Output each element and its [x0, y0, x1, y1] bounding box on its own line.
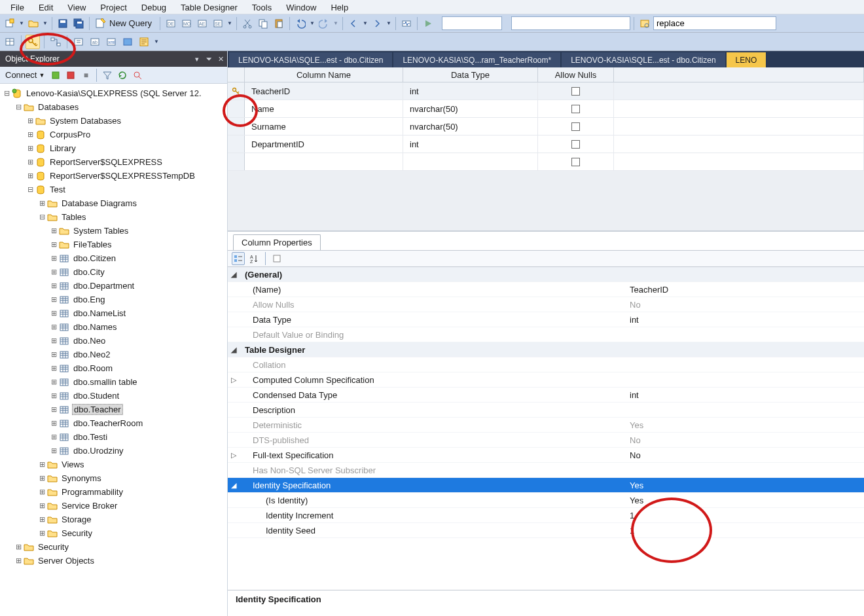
- doc-tab[interactable]: LENOVO-KASIA\SQLE...est - dbo.Citizen: [229, 52, 392, 67]
- save-all-icon[interactable]: [71, 16, 86, 31]
- doc-tab-active[interactable]: LENO: [727, 52, 766, 67]
- checkbox[interactable]: [571, 158, 580, 166]
- tree-node-tables[interactable]: ⊟Tables: [0, 210, 227, 224]
- check-icon[interactable]: ab: [88, 35, 102, 49]
- tree-node-serverobj[interactable]: ⊞Server Objects: [0, 554, 227, 568]
- script-icon[interactable]: [137, 35, 151, 49]
- property-row[interactable]: Description: [228, 403, 864, 418]
- property-row[interactable]: Identity Seed1: [228, 523, 864, 538]
- tree-node-t_urodziny[interactable]: ⊞dbo.Urodziny: [0, 444, 227, 458]
- tree-node-systables[interactable]: ⊞System Tables: [0, 224, 227, 238]
- table-designer-grid[interactable]: Column Name Data Type Allow Nulls Teache…: [228, 67, 864, 231]
- tree-node-filetables[interactable]: ⊞FileTables: [0, 238, 227, 251]
- grid-row[interactable]: Name nvarchar(50): [228, 100, 864, 118]
- redo-icon[interactable]: [317, 16, 331, 31]
- tree-node-corpuspro[interactable]: ⊞CorpusPro: [0, 128, 227, 141]
- tree-node-synonyms[interactable]: ⊞Synonyms: [0, 471, 227, 485]
- tree-node-prog[interactable]: ⊞Programmability: [0, 485, 227, 499]
- tree-node-t_room[interactable]: ⊞dbo.Room: [0, 361, 227, 375]
- property-row[interactable]: ◢Identity SpecificationYes: [228, 478, 864, 493]
- debug-target-combo[interactable]: [442, 16, 502, 30]
- search-input[interactable]: [653, 16, 776, 30]
- alphabetical-icon[interactable]: AZ: [247, 252, 261, 265]
- tree-node-t_city[interactable]: ⊞dbo.City: [0, 265, 227, 279]
- find-icon[interactable]: [638, 16, 652, 31]
- property-row[interactable]: Identity Increment1: [228, 508, 864, 523]
- cell-data-type[interactable]: int: [403, 82, 538, 100]
- tree-node-t_namelist[interactable]: ⊞dbo.NameList: [0, 306, 227, 320]
- table-icon[interactable]: [3, 35, 17, 49]
- property-row[interactable]: Has Non-SQL Server Subscriber: [228, 463, 864, 478]
- menu-window[interactable]: Window: [279, 1, 323, 12]
- tree-node-t_eng[interactable]: ⊞dbo.Eng: [0, 293, 227, 306]
- tree-node-server[interactable]: ⊟Lenovo-Kasia\SQLEXPRESS (SQL Server 12.: [0, 86, 227, 100]
- property-row[interactable]: Condensed Data Typeint: [228, 388, 864, 403]
- tree-node-t_student[interactable]: ⊞dbo.Student: [0, 389, 227, 403]
- activity-icon[interactable]: [399, 16, 414, 31]
- disconnect-icon[interactable]: [64, 69, 77, 82]
- spatial-icon[interactable]: [120, 35, 135, 49]
- grid-row[interactable]: TeacherID int: [228, 82, 864, 100]
- db-de-icon[interactable]: DE: [164, 16, 178, 31]
- tree-node-views[interactable]: ⊞Views: [0, 458, 227, 471]
- new-project-icon[interactable]: [3, 16, 17, 31]
- relationships-icon[interactable]: [48, 35, 63, 49]
- categorized-icon[interactable]: [232, 252, 245, 265]
- property-row[interactable]: DTS-publishedNo: [228, 433, 864, 448]
- db-ae-icon[interactable]: AE: [195, 16, 209, 31]
- property-row[interactable]: Default Value or Binding: [228, 327, 864, 342]
- checkbox[interactable]: [571, 87, 580, 96]
- tree-node-test[interactable]: ⊟Test: [0, 183, 227, 196]
- tree-node-broker[interactable]: ⊞Service Broker: [0, 499, 227, 513]
- col-header-name[interactable]: Column Name: [245, 67, 403, 82]
- grid-row-empty[interactable]: [228, 153, 864, 171]
- tree-node-rs2[interactable]: ⊞ReportServer$SQLEXPRESSTempDB: [0, 169, 227, 183]
- search-tree-icon[interactable]: [131, 69, 144, 82]
- tree-node-sysdb[interactable]: ⊞System Databases: [0, 114, 227, 128]
- cell-allow-nulls[interactable]: [538, 118, 614, 135]
- property-grid[interactable]: ◢(General)(Name)TeacherIDAllow NullsNoDa…: [228, 267, 864, 590]
- menu-project[interactable]: Project: [94, 1, 133, 12]
- database-combo[interactable]: [511, 16, 630, 30]
- filter-icon[interactable]: [101, 69, 114, 82]
- db-se-icon[interactable]: SE: [211, 16, 225, 31]
- stop-icon[interactable]: ■: [79, 69, 92, 82]
- property-row[interactable]: DeterministicYes: [228, 418, 864, 433]
- nav-back-icon[interactable]: [346, 16, 361, 31]
- tree-node-t_dept[interactable]: ⊞dbo.Department: [0, 279, 227, 293]
- copy-icon[interactable]: [256, 16, 270, 31]
- undo-icon[interactable]: [293, 16, 308, 31]
- close-icon[interactable]: ✕: [215, 55, 226, 63]
- column-properties-tab[interactable]: Column Properties: [233, 234, 321, 250]
- primary-key-icon[interactable]: [26, 35, 40, 49]
- menu-edit[interactable]: Edit: [32, 1, 60, 12]
- cell-data-type[interactable]: nvarchar(50): [403, 100, 538, 117]
- dropdown-icon[interactable]: ▼: [153, 35, 160, 49]
- dropdown-icon[interactable]: ▼: [42, 16, 48, 31]
- connect-button[interactable]: Connect▼: [3, 68, 47, 82]
- cell-allow-nulls[interactable]: [538, 136, 614, 153]
- tree-node-t_testi[interactable]: ⊞dbo.Testi: [0, 430, 227, 444]
- property-row[interactable]: Allow NullsNo: [228, 297, 864, 312]
- tree-node-diag[interactable]: ⊞Database Diagrams: [0, 196, 227, 210]
- tree-node-databases[interactable]: ⊟Databases: [0, 100, 227, 114]
- tree-node-t_citizen[interactable]: ⊞dbo.Citizen: [0, 251, 227, 265]
- property-row[interactable]: ▷Computed Column Specification: [228, 372, 864, 388]
- indexes-icon[interactable]: [71, 35, 86, 49]
- tree-node-t_names[interactable]: ⊞dbo.Names: [0, 320, 227, 334]
- dropdown-icon[interactable]: ▼: [362, 16, 369, 31]
- cell-column-name[interactable]: Surname: [245, 118, 403, 135]
- open-icon[interactable]: [26, 16, 41, 31]
- cell-column-name[interactable]: Name: [245, 100, 403, 117]
- save-icon[interactable]: [56, 16, 70, 31]
- dropdown-icon[interactable]: ▼: [333, 16, 339, 31]
- property-row[interactable]: Data Typeint: [228, 312, 864, 327]
- doc-tab[interactable]: LENOVO-KASIA\SQ...ram_TeacherRoom*: [393, 52, 560, 67]
- grid-row[interactable]: DepartmentID int: [228, 136, 864, 153]
- object-explorer-tree[interactable]: ⊟Lenovo-Kasia\SQLEXPRESS (SQL Server 12.…: [0, 84, 227, 616]
- menu-tools[interactable]: Tools: [245, 1, 278, 12]
- cell-allow-nulls[interactable]: [538, 82, 614, 100]
- tree-node-rs1[interactable]: ⊞ReportServer$SQLEXPRESS: [0, 155, 227, 169]
- tree-node-security[interactable]: ⊞Security: [0, 526, 227, 540]
- cell-data-type[interactable]: nvarchar(50): [403, 118, 538, 135]
